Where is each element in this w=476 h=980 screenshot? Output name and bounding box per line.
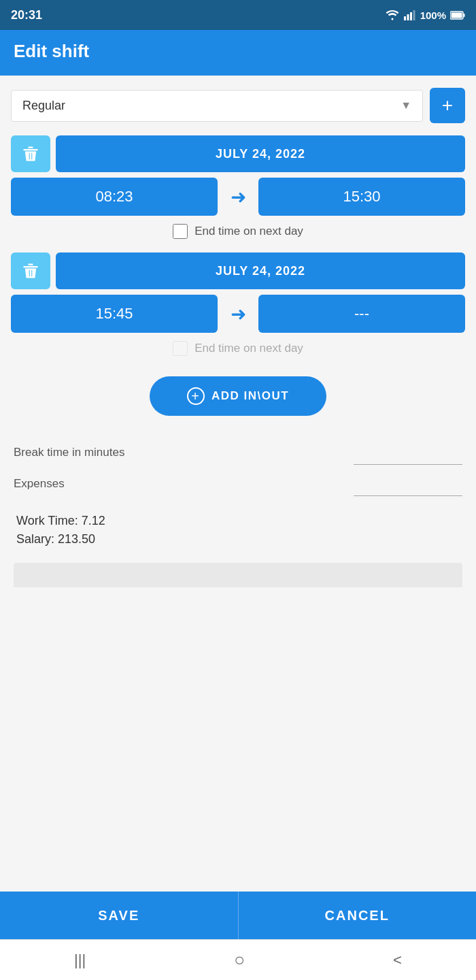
svg-rect-6	[452, 12, 462, 18]
shift2-next-day-label: End time on next day	[194, 342, 303, 355]
shift-type-label: Regular	[22, 99, 65, 113]
svg-rect-2	[410, 12, 412, 20]
shift2-start-time-button[interactable]: 15:45	[11, 295, 218, 333]
info-section: Break time in minutes Expenses Work Time…	[11, 446, 465, 587]
expenses-label: Expenses	[14, 477, 65, 490]
status-icons: 100%	[385, 10, 465, 21]
nav-menu-icon[interactable]: |||	[74, 951, 86, 969]
page-title: Edit shift	[14, 41, 89, 61]
break-time-field: Break time in minutes	[14, 446, 462, 465]
status-time: 20:31	[11, 8, 42, 22]
break-time-label: Break time in minutes	[14, 446, 124, 459]
shift1-start-time-button[interactable]: 08:23	[11, 178, 218, 216]
shift1-date-button[interactable]: JULY 24, 2022	[56, 135, 465, 172]
main-content: Regular ▼ + JULY 24, 2022 08:23 ➜ 15:30 …	[0, 76, 476, 892]
nav-bar: ||| ○ <	[0, 939, 476, 980]
shift1-delete-button[interactable]	[11, 135, 50, 172]
shift2-next-day-row: End time on next day	[11, 341, 465, 356]
expenses-field: Expenses	[14, 477, 462, 496]
shift1-date-row: JULY 24, 2022	[11, 135, 465, 172]
shift1-end-time-button[interactable]: 15:30	[258, 178, 465, 216]
partial-row	[14, 563, 462, 587]
shift1-next-day-label: End time on next day	[194, 225, 303, 238]
shift2-delete-button[interactable]	[11, 252, 50, 289]
shift-type-dropdown[interactable]: Regular ▼	[11, 90, 423, 122]
dropdown-arrow-icon: ▼	[401, 99, 411, 112]
status-bar: 20:31 100%	[0, 0, 476, 30]
shift2-date-row: JULY 24, 2022	[11, 252, 465, 289]
shift-type-row: Regular ▼ +	[11, 88, 465, 123]
battery-percent: 100%	[420, 10, 446, 21]
battery-icon	[450, 11, 465, 20]
svg-rect-0	[404, 16, 406, 20]
save-button[interactable]: SAVE	[0, 892, 238, 939]
cancel-button[interactable]: CANCEL	[238, 892, 477, 939]
svg-rect-3	[413, 10, 415, 20]
salary-display: Salary: 213.50	[16, 532, 460, 546]
shift2-next-day-checkbox	[173, 341, 188, 356]
arrow-right-icon: ➜	[223, 186, 253, 208]
svg-rect-1	[407, 14, 409, 20]
header: Edit shift	[0, 30, 476, 76]
add-inout-button[interactable]: + ADD IN\OUT	[150, 376, 326, 416]
nav-home-icon[interactable]: ○	[234, 949, 245, 970]
arrow-right-icon-2: ➜	[223, 303, 253, 325]
break-time-input[interactable]	[354, 446, 462, 465]
plus-circle-icon: +	[187, 387, 205, 405]
bottom-buttons: SAVE CANCEL	[0, 892, 476, 939]
work-info: Work Time: 7.12 Salary: 213.50	[14, 508, 462, 556]
add-shift-button[interactable]: +	[430, 88, 465, 123]
wifi-icon	[385, 10, 400, 20]
svg-rect-5	[464, 14, 465, 17]
shift1-next-day-row: End time on next day	[11, 224, 465, 239]
shift2-time-row: 15:45 ➜ ---	[11, 295, 465, 333]
shift-block-1: JULY 24, 2022 08:23 ➜ 15:30 End time on …	[11, 135, 465, 239]
signal-icon	[404, 10, 416, 20]
shift1-time-row: 08:23 ➜ 15:30	[11, 178, 465, 216]
add-inout-label: ADD IN\OUT	[211, 389, 289, 403]
shift2-end-time-button[interactable]: ---	[258, 295, 465, 333]
nav-back-icon[interactable]: <	[393, 951, 402, 969]
shift-block-2: JULY 24, 2022 15:45 ➜ --- End time on ne…	[11, 252, 465, 356]
trash-icon	[21, 144, 40, 163]
shift2-date-button[interactable]: JULY 24, 2022	[56, 252, 465, 289]
expenses-input[interactable]	[354, 477, 462, 496]
trash-icon-2	[21, 261, 40, 280]
shift1-next-day-checkbox[interactable]	[173, 224, 188, 239]
work-time-display: Work Time: 7.12	[16, 514, 460, 528]
